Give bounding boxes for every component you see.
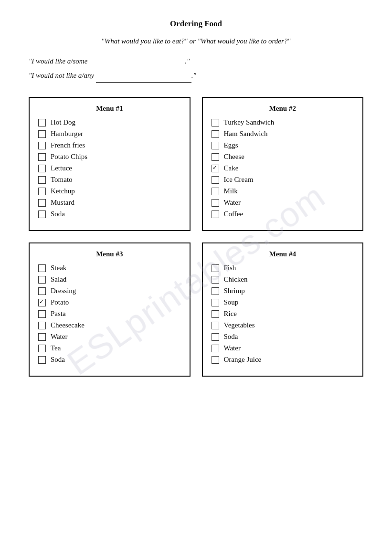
list-item: Tea [38, 344, 181, 352]
menu-item-label: Water [224, 199, 241, 207]
menu-item-label: Hot Dog [51, 118, 75, 126]
checkbox-menu3-item5[interactable] [38, 310, 46, 318]
checkbox-menu1-item9[interactable] [38, 211, 46, 218]
checkbox-menu1-item3[interactable] [38, 142, 46, 149]
checkbox-menu3-item9[interactable] [38, 356, 46, 364]
list-item: Vegetables [212, 321, 354, 329]
list-item: French fries [38, 141, 181, 149]
fill1-suffix: ." [185, 57, 190, 65]
checkbox-menu3-item8[interactable] [38, 345, 46, 352]
list-item: Soda [38, 356, 181, 364]
checkbox-menu2-item3[interactable] [212, 142, 219, 149]
menu-item-label: Chicken [224, 275, 248, 284]
list-item: Salad [38, 275, 181, 284]
fill2-suffix: ." [191, 72, 196, 79]
checkbox-menu2-item1[interactable] [212, 119, 219, 126]
checkbox-menu3-item3[interactable] [38, 287, 46, 295]
menu-item-label: Water [224, 344, 241, 352]
menu-item-label: Milk [224, 187, 238, 195]
menu-item-label: Dressing [51, 287, 76, 295]
checkbox-menu3-item2[interactable] [38, 276, 46, 284]
menu-item-label: Eggs [224, 141, 238, 149]
checkbox-menu2-item9[interactable] [212, 211, 219, 218]
checkbox-menu1-item8[interactable] [38, 199, 46, 207]
checkbox-menu4-item1[interactable] [212, 264, 219, 272]
list-item: Water [212, 344, 354, 352]
checkbox-menu1-item6[interactable] [38, 176, 46, 184]
menu-item-label: Soda [224, 333, 238, 341]
menu-item-label: Ham Sandwich [224, 130, 268, 138]
list-item: Steak [38, 264, 181, 272]
list-item: Orange Juice [212, 356, 354, 364]
list-item: Hot Dog [38, 118, 181, 126]
menu-box-3: Menu #3SteakSaladDressingPotatoPastaChee… [29, 242, 191, 377]
checkbox-menu1-item2[interactable] [38, 130, 46, 138]
checkbox-menu4-item4[interactable] [212, 299, 219, 306]
list-item: Rice [212, 310, 354, 318]
checkbox-menu3-item4[interactable] [38, 299, 46, 306]
checkbox-menu2-item8[interactable] [212, 199, 219, 207]
menu-item-label: Potato [51, 298, 69, 306]
menu-item-label: Ketchup [51, 187, 75, 195]
checkbox-menu1-item7[interactable] [38, 188, 46, 195]
list-item: Chicken [212, 275, 354, 284]
list-item: Coffee [212, 210, 354, 218]
list-item: Eggs [212, 141, 354, 149]
list-item: Pasta [38, 310, 181, 318]
checkbox-menu4-item2[interactable] [212, 276, 219, 284]
list-item: Potato Chips [38, 153, 181, 161]
menu-item-label: Fish [224, 264, 236, 272]
menu-item-label: Tea [51, 344, 61, 352]
checkbox-menu1-item5[interactable] [38, 165, 46, 172]
menu-title-2: Menu #2 [212, 105, 354, 113]
menu-item-label: Ice Cream [224, 176, 254, 184]
menu-box-2: Menu #2Turkey SandwichHam SandwichEggsCh… [202, 97, 364, 231]
checkbox-menu3-item1[interactable] [38, 264, 46, 272]
checkbox-menu2-item4[interactable] [212, 153, 219, 161]
checkbox-menu2-item7[interactable] [212, 188, 219, 195]
menu-box-1: Menu #1Hot DogHamburgerFrench friesPotat… [29, 97, 191, 231]
checkbox-menu4-item5[interactable] [212, 310, 219, 318]
checkbox-menu2-item6[interactable] [212, 176, 219, 184]
checkbox-menu4-item9[interactable] [212, 356, 219, 364]
list-item: Lettuce [38, 164, 181, 172]
menu-item-label: Orange Juice [224, 356, 262, 364]
checkbox-menu1-item4[interactable] [38, 153, 46, 161]
menu-item-label: French fries [51, 141, 85, 149]
menu-title-1: Menu #1 [38, 105, 181, 113]
list-item: Soda [38, 210, 181, 218]
list-item: Cheesecake [38, 321, 181, 329]
list-item: Fish [212, 264, 354, 272]
fill2-blank [96, 82, 191, 83]
checkbox-menu4-item7[interactable] [212, 333, 219, 341]
menu-item-label: Cake [224, 164, 239, 172]
menu-item-label: Soda [51, 356, 65, 364]
page-title: Ordering Food [29, 19, 363, 29]
menu-item-label: Soda [51, 210, 65, 218]
checkbox-menu3-item7[interactable] [38, 333, 46, 341]
list-item: Turkey Sandwich [212, 118, 354, 126]
checkbox-menu2-item5[interactable] [212, 165, 219, 172]
question-line: "What would you like to eat?" or "What w… [29, 37, 363, 45]
menus-grid: Menu #1Hot DogHamburgerFrench friesPotat… [29, 97, 363, 377]
list-item: Potato [38, 298, 181, 306]
checkbox-menu3-item6[interactable] [38, 322, 46, 329]
list-item: Tomato [38, 176, 181, 184]
checkbox-menu4-item3[interactable] [212, 287, 219, 295]
list-item: Cheese [212, 153, 354, 161]
menu-item-label: Lettuce [51, 164, 72, 172]
checkbox-menu4-item8[interactable] [212, 345, 219, 352]
menu-item-label: Steak [51, 264, 66, 272]
checkbox-menu2-item2[interactable] [212, 130, 219, 138]
list-item: Ketchup [38, 187, 181, 195]
checkbox-menu1-item1[interactable] [38, 119, 46, 126]
menu-item-label: Turkey Sandwich [224, 118, 275, 126]
list-item: Milk [212, 187, 354, 195]
list-item: Shrimp [212, 287, 354, 295]
menu-item-label: Vegetables [224, 321, 255, 329]
menu-item-label: Mustard [51, 199, 74, 207]
menu-item-label: Hamburger [51, 130, 83, 138]
menu-title-3: Menu #3 [38, 250, 181, 258]
checkbox-menu4-item6[interactable] [212, 322, 219, 329]
list-item: Water [212, 199, 354, 207]
